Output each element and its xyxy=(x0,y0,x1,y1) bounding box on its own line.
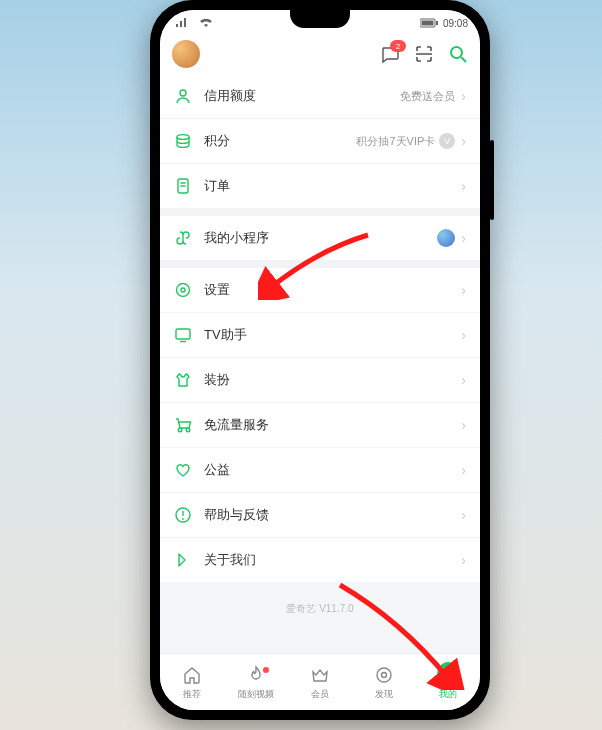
discover-icon xyxy=(373,664,395,686)
chevron-right-icon: › xyxy=(461,552,466,568)
wifi-icon xyxy=(196,13,216,33)
nav-member[interactable]: 会员 xyxy=(288,654,352,710)
row-about[interactable]: 关于我们 › xyxy=(160,538,480,582)
battery-icon xyxy=(419,13,439,33)
row-label: 设置 xyxy=(204,281,230,299)
svg-line-4 xyxy=(461,57,466,62)
chevron-right-icon: › xyxy=(461,372,466,388)
svg-point-5 xyxy=(180,90,186,96)
message-badge: 2 xyxy=(390,40,406,52)
signal-icon xyxy=(172,13,192,33)
row-orders[interactable]: 订单 › xyxy=(160,164,480,208)
row-label: 公益 xyxy=(204,461,230,479)
row-label: 帮助与反馈 xyxy=(204,506,269,524)
row-label: TV助手 xyxy=(204,326,247,344)
chevron-right-icon: › xyxy=(461,462,466,478)
row-charity[interactable]: 公益 › xyxy=(160,448,480,493)
nav-discover[interactable]: 发现 xyxy=(352,654,416,710)
nav-mine[interactable]: 我的 xyxy=(416,654,480,710)
scan-icon[interactable] xyxy=(414,44,434,64)
nav-recommend[interactable]: 推荐 xyxy=(160,654,224,710)
chevron-right-icon: › xyxy=(461,327,466,343)
user-avatar[interactable] xyxy=(172,40,200,68)
chevron-right-icon: › xyxy=(461,178,466,194)
bottom-nav: 推荐 随刻视频 会员 发现 xyxy=(160,653,480,710)
row-help[interactable]: 帮助与反馈 › xyxy=(160,493,480,538)
row-label: 积分 xyxy=(204,132,230,150)
phone-notch xyxy=(290,10,350,28)
svg-rect-12 xyxy=(176,329,190,339)
svg-point-18 xyxy=(182,518,184,520)
message-icon[interactable]: 2 xyxy=(380,44,400,64)
version-text: 爱奇艺 V11.7.0 xyxy=(160,582,480,626)
chevron-right-icon: › xyxy=(461,282,466,298)
phone-screen: 09:08 2 xyxy=(160,10,480,710)
phone-side-button xyxy=(490,140,494,220)
svg-rect-2 xyxy=(436,21,438,25)
row-label: 我的小程序 xyxy=(204,229,269,247)
home-icon xyxy=(181,664,203,686)
svg-point-10 xyxy=(177,284,190,297)
row-extra: 积分抽7天VIP卡 V xyxy=(356,133,455,149)
nav-label: 推荐 xyxy=(183,688,201,701)
row-tv[interactable]: TV助手 › xyxy=(160,313,480,358)
search-icon[interactable] xyxy=(448,44,468,64)
points-icon xyxy=(174,132,192,150)
row-data[interactable]: 免流量服务 › xyxy=(160,403,480,448)
nav-moments[interactable]: 随刻视频 xyxy=(224,654,288,710)
tv-icon xyxy=(174,326,192,344)
nav-label: 会员 xyxy=(311,688,329,701)
page-header: 2 xyxy=(160,34,480,74)
row-label: 关于我们 xyxy=(204,551,256,569)
help-icon xyxy=(174,506,192,524)
svg-point-19 xyxy=(377,668,391,682)
miniapp-avatar-icon xyxy=(437,229,455,247)
row-label: 信用额度 xyxy=(204,87,256,105)
row-decor[interactable]: 装扮 › xyxy=(160,358,480,403)
menu-list: 信用额度 免费送会员 › 积分 积分抽7天VIP卡 V › xyxy=(160,74,480,582)
svg-point-6 xyxy=(177,135,189,140)
nav-label: 随刻视频 xyxy=(238,688,274,701)
credit-icon xyxy=(174,87,192,105)
svg-point-14 xyxy=(178,428,182,432)
svg-point-21 xyxy=(446,670,451,675)
orders-icon xyxy=(174,177,192,195)
row-settings[interactable]: 设置 › xyxy=(160,268,480,313)
svg-point-3 xyxy=(451,47,462,58)
row-label: 装扮 xyxy=(204,371,230,389)
nav-label: 我的 xyxy=(439,688,457,701)
settings-icon xyxy=(174,281,192,299)
svg-point-20 xyxy=(382,672,387,677)
nav-label: 发现 xyxy=(375,688,393,701)
miniapp-icon xyxy=(174,229,192,247)
chevron-right-icon: › xyxy=(461,88,466,104)
mine-icon xyxy=(437,664,459,686)
chevron-right-icon: › xyxy=(461,230,466,246)
chevron-right-icon: › xyxy=(461,133,466,149)
phone-frame: 09:08 2 xyxy=(150,0,490,720)
crown-icon xyxy=(309,664,331,686)
row-points[interactable]: 积分 积分抽7天VIP卡 V › xyxy=(160,119,480,164)
data-icon xyxy=(174,416,192,434)
row-label: 订单 xyxy=(204,177,230,195)
status-time: 09:08 xyxy=(443,18,468,29)
row-credit[interactable]: 信用额度 免费送会员 › xyxy=(160,74,480,119)
nav-dot-badge xyxy=(263,667,269,673)
chevron-right-icon: › xyxy=(461,417,466,433)
row-extra: 免费送会员 xyxy=(400,89,455,104)
row-label: 免流量服务 xyxy=(204,416,269,434)
decor-icon xyxy=(174,371,192,389)
chevron-right-icon: › xyxy=(461,507,466,523)
row-miniapp[interactable]: 我的小程序 › xyxy=(160,216,480,260)
about-icon xyxy=(174,551,192,569)
vip-badge-icon: V xyxy=(439,133,455,149)
svg-point-15 xyxy=(186,428,190,432)
svg-point-11 xyxy=(181,288,185,292)
charity-icon xyxy=(174,461,192,479)
svg-rect-1 xyxy=(421,21,433,26)
